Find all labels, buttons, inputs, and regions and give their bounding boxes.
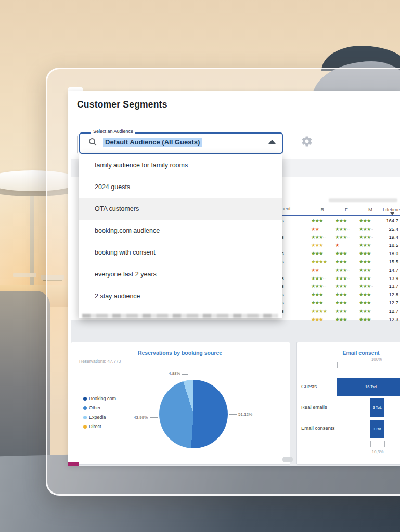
legend-dot [83, 406, 87, 410]
stars-f: ★★★·· [335, 234, 359, 240]
pie-label-other: 43,99% [134, 415, 148, 420]
stars-r: ★★★·· [311, 300, 335, 305]
stars-r: ★★★·· [311, 234, 335, 240]
bar-real-emails-value: 3 Tsd. [370, 406, 384, 409]
funnel-label-email-consents: Email consents [301, 425, 334, 431]
legend-label: Booking.com [89, 396, 116, 401]
lifetime-value: 18.0 [375, 250, 398, 256]
pie-chart-title: Reservations by booking source [71, 350, 289, 356]
chevron-up-icon[interactable] [268, 140, 276, 144]
stars-r: ★★★·· [311, 218, 335, 223]
leader-line [188, 374, 188, 379]
stars-f: ★★★ [335, 308, 359, 314]
table-header-r[interactable]: R [312, 207, 333, 212]
email-consent-title: Email consent [319, 350, 400, 356]
dropdown-item[interactable]: everyone last 2 years [79, 263, 282, 285]
pie-chart[interactable] [159, 380, 228, 448]
stars-r: ★★★★ [311, 259, 335, 264]
stars-f: ★★★ [335, 283, 359, 289]
stars-r: ★★ [311, 226, 335, 232]
brand-mark [68, 462, 79, 466]
pie-chart-subtitle: Reservations: 47.773 [79, 358, 121, 364]
stars-f: ★★★·· [335, 291, 359, 297]
legend-dot [83, 397, 87, 401]
legend-label: Direct [89, 424, 101, 429]
dropdown-item[interactable]: booking with consent [79, 242, 282, 263]
lifetime-value: 164.7 [375, 218, 398, 223]
lifetime-value: 25.4 [375, 226, 398, 232]
bracket-line [370, 444, 385, 444]
lifetime-value: 14.7 [375, 267, 398, 273]
stars-r: ★★★·· [311, 250, 335, 256]
stars-f: ★★★·· [335, 300, 359, 305]
lifetime-value: 18.5 [375, 242, 398, 248]
scrollbar-thumb[interactable] [282, 457, 293, 462]
stars-f: ★★★·· [335, 275, 359, 281]
pie-label-booking: 51,12% [238, 412, 252, 417]
bottom-percent-label: 16,3% [365, 449, 390, 454]
page-title: Customer Segments [77, 99, 167, 110]
dropdown-item[interactable]: family audience for family rooms [79, 154, 282, 176]
table-header-f[interactable]: F [336, 207, 357, 212]
lifetime-value: 12.8 [375, 291, 398, 297]
lifetime-value: 15.5 [375, 259, 398, 264]
bar-email-consents-value: 3 Tsd. [370, 427, 384, 431]
blurred-row-under-dropdown [82, 314, 278, 318]
stars-r: ★★ [311, 267, 335, 273]
audience-selected-value: Default Audience (All Guests) [103, 138, 202, 147]
table-hint-blurred [329, 198, 397, 202]
stars-f: ★★★·· [335, 250, 359, 256]
lifetime-value: 12.3 [375, 316, 398, 322]
gear-icon[interactable] [301, 135, 313, 150]
stars-f: ★★★·· [335, 218, 359, 223]
legend-dot [83, 416, 87, 419]
audience-combobox-label: Select an Audience [91, 129, 135, 134]
stars-r: ★★★ [311, 242, 335, 248]
funnel-label-real-emails: Real emails [301, 404, 327, 410]
lifetime-value: 19.4 [375, 234, 398, 240]
lifetime-value: 12.7 [375, 300, 398, 305]
stars-r: ★★★·· [311, 283, 335, 289]
dropdown-item[interactable]: 2 stay audience [79, 285, 282, 307]
table-header-lifetime[interactable]: Lifetime [383, 207, 400, 212]
table-header-partial: nent [281, 206, 291, 211]
stars-r: ★★★·· [311, 275, 335, 281]
table-header-m[interactable]: M [360, 207, 381, 212]
stars-f: ★★★·· [335, 226, 359, 232]
bar-guests-value: 16 Tsd. [337, 384, 400, 389]
lifetime-value: 12.7 [375, 308, 398, 314]
pie-label-expedia: 4,88% [169, 371, 180, 376]
bracket-line [337, 366, 400, 366]
lounge-chair [13, 273, 36, 277]
stars-f: ★ [335, 242, 359, 248]
dropdown-item[interactable]: 2024 guests [79, 176, 282, 198]
lifetime-value: 13.9 [375, 275, 398, 281]
dropdown-item[interactable]: OTA customers [79, 198, 282, 220]
legend-dot [83, 425, 87, 429]
audience-dropdown-list: family audience for family rooms2024 gue… [79, 154, 282, 318]
leader-line [150, 417, 158, 418]
stars-f: ★★★·· [335, 316, 359, 322]
leader-line [229, 414, 237, 415]
stars-r: ★★★·· [311, 291, 335, 297]
lifetime-value: 13.7 [375, 283, 398, 289]
stars-r: ★★★ [311, 316, 335, 322]
top-percent-label: 100% [364, 357, 389, 362]
funnel-label-guests: Guests [301, 383, 317, 389]
dropdown-item[interactable]: booking.com audience [79, 220, 282, 242]
legend-label: Other [89, 405, 101, 410]
stars-r: ★★★★ [311, 308, 335, 314]
stars-f: ★★★·· [335, 259, 359, 264]
bracket-tick [337, 362, 338, 368]
search-icon [88, 138, 97, 149]
desktop-screen: Customer Segments Select an Audience Def… [0, 0, 400, 532]
stars-f: ★★★·· [335, 267, 359, 273]
legend-label: Expedia [89, 415, 106, 420]
